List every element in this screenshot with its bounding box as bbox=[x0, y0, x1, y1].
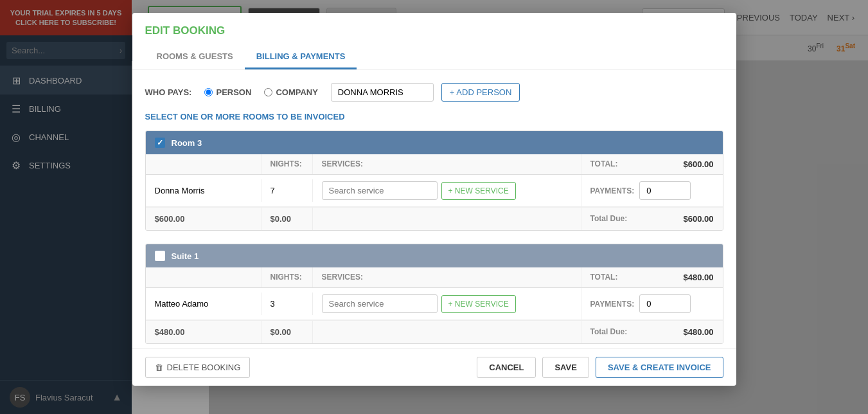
delete-booking-button[interactable]: 🗑 DELETE BOOKING bbox=[145, 357, 251, 378]
modal-title: EDIT BOOKING bbox=[145, 24, 723, 37]
room3-new-service-button[interactable]: + NEW SERVICE bbox=[441, 182, 516, 200]
suite1-col-headers: NIGHTS: SERVICES: TOTAL: $480.00 bbox=[146, 267, 723, 288]
company-radio[interactable] bbox=[264, 88, 272, 96]
nights-count2: 3 bbox=[261, 292, 313, 315]
edit-booking-modal: EDIT BOOKING ROOMS & GUESTS BILLING & PA… bbox=[132, 13, 736, 386]
person-radio-label[interactable]: PERSON bbox=[204, 87, 251, 97]
col-header-total: TOTAL: $600.00 bbox=[581, 154, 723, 174]
col-header-services2: SERVICES: bbox=[313, 267, 581, 287]
col-header-name bbox=[146, 154, 261, 174]
col-header-nights2: NIGHTS: bbox=[261, 267, 313, 287]
save-button[interactable]: SAVE bbox=[542, 357, 589, 378]
nights-count: 7 bbox=[261, 179, 313, 202]
room3-spacer bbox=[313, 208, 581, 230]
save-create-invoice-button[interactable]: SAVE & CREATE INVOICE bbox=[596, 357, 723, 378]
guest-name: Donna Morris bbox=[146, 179, 261, 202]
suite1-service-search[interactable] bbox=[322, 294, 438, 313]
who-pays-section: WHO PAYS: PERSON COMPANY + ADD PERSON bbox=[145, 83, 723, 102]
col-header-nights: NIGHTS: bbox=[261, 154, 313, 174]
col-header-total2: TOTAL: $480.00 bbox=[581, 267, 723, 287]
select-notice: SELECT ONE OR MORE ROOMS TO BE INVOICED bbox=[145, 112, 723, 122]
suite1-nights-total: $480.00 bbox=[146, 321, 261, 343]
suite1-spacer bbox=[313, 321, 581, 343]
suite1-header: Suite 1 bbox=[146, 244, 723, 267]
services-cell: + NEW SERVICE bbox=[313, 175, 581, 206]
room3-invoice: ✓ Room 3 NIGHTS: SERVICES: TOTAL: $600.0… bbox=[145, 130, 723, 231]
person-name-input[interactable] bbox=[331, 83, 434, 102]
suite1-guest-row: Matteo Adamo 3 + NEW SERVICE Payments: bbox=[146, 288, 723, 320]
suite1-summary-row: $480.00 $0.00 Total Due: $480.00 bbox=[146, 320, 723, 343]
company-radio-label[interactable]: COMPANY bbox=[264, 87, 317, 97]
suite1-total-due: Total Due: $480.00 bbox=[581, 321, 723, 343]
checkmark-icon: ✓ bbox=[157, 138, 163, 147]
suite1-invoice: Suite 1 NIGHTS: SERVICES: TOTAL: $480.00… bbox=[145, 244, 723, 344]
room3-service-search[interactable] bbox=[322, 181, 438, 200]
room3-header: ✓ Room 3 bbox=[146, 131, 723, 154]
room3-services-total: $0.00 bbox=[261, 208, 313, 230]
room3-payments-input[interactable] bbox=[639, 181, 691, 200]
tab-rooms-guests[interactable]: ROOMS & GUESTS bbox=[145, 45, 245, 69]
add-person-button[interactable]: + ADD PERSON bbox=[441, 83, 520, 102]
modal-footer: 🗑 DELETE BOOKING CANCEL SAVE SAVE & CREA… bbox=[132, 348, 736, 386]
room3-total-due: Total Due: $600.00 bbox=[581, 208, 723, 230]
suite1-new-service-button[interactable]: + NEW SERVICE bbox=[441, 295, 516, 313]
trash-icon: 🗑 bbox=[155, 363, 163, 372]
suite1-checkbox[interactable] bbox=[155, 251, 165, 261]
modal-overlay: EDIT BOOKING ROOMS & GUESTS BILLING & PA… bbox=[0, 0, 868, 414]
room3-checkbox[interactable]: ✓ bbox=[155, 138, 165, 148]
col-header-services: SERVICES: bbox=[313, 154, 581, 174]
suite1-services-total: $0.00 bbox=[261, 321, 313, 343]
cancel-button[interactable]: CANCEL bbox=[477, 357, 536, 378]
modal-header: EDIT BOOKING ROOMS & GUESTS BILLING & PA… bbox=[132, 13, 736, 70]
room3-payments-cell: Payments: bbox=[581, 175, 723, 206]
who-pays-label: WHO PAYS: bbox=[145, 87, 192, 97]
modal-body: WHO PAYS: PERSON COMPANY + ADD PERSON SE… bbox=[132, 70, 736, 348]
modal-tabs: ROOMS & GUESTS BILLING & PAYMENTS bbox=[145, 45, 723, 69]
guest-name2: Matteo Adamo bbox=[146, 292, 261, 315]
tab-billing-payments[interactable]: BILLING & PAYMENTS bbox=[245, 45, 357, 69]
suite1-services-cell: + NEW SERVICE bbox=[313, 288, 581, 320]
suite1-payments-input[interactable] bbox=[639, 294, 691, 313]
room3-summary-row: $600.00 $0.00 Total Due: $600.00 bbox=[146, 207, 723, 230]
room3-guest-row: Donna Morris 7 + NEW SERVICE Payments: bbox=[146, 175, 723, 207]
room3-col-headers: NIGHTS: SERVICES: TOTAL: $600.00 bbox=[146, 154, 723, 175]
col-header-name2 bbox=[146, 267, 261, 287]
person-radio[interactable] bbox=[204, 88, 213, 96]
suite1-payments-cell: Payments: bbox=[581, 288, 723, 320]
room3-nights-total: $600.00 bbox=[146, 208, 261, 230]
